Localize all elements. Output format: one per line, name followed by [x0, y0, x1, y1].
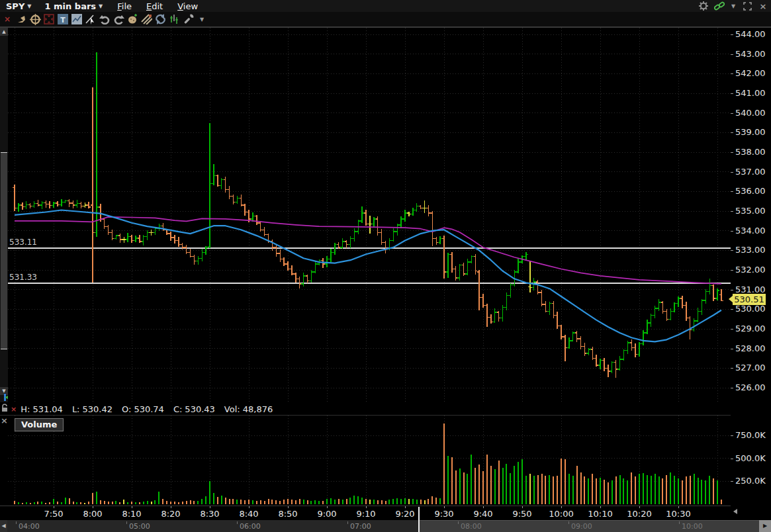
price-axis-tick — [731, 73, 733, 74]
price-axis-label: 529.00 — [735, 324, 766, 333]
interval-menu[interactable]: 1 min bars — [44, 1, 96, 11]
snapshot-icon[interactable] — [70, 13, 83, 25]
time-axis-label: 8:10 — [117, 509, 146, 519]
volume-pane-label[interactable]: Volume — [15, 418, 64, 431]
price-axis-tick — [731, 113, 733, 114]
menu-edit[interactable]: Edit — [146, 1, 163, 11]
time-axis-label: 9:00 — [312, 509, 341, 519]
price-axis[interactable]: 530.51 526.00527.00528.00529.00530.00531… — [731, 28, 771, 519]
time-axis[interactable]: 7:508:008:108:208:308:408:509:009:109:20… — [0, 506, 731, 519]
time-axis-label: 8:50 — [273, 509, 302, 519]
redo-icon[interactable] — [112, 13, 125, 25]
time-axis-label: 7:50 — [39, 509, 68, 519]
scroll-left-button[interactable]: ◀ — [0, 520, 7, 532]
crosshair-icon[interactable] — [28, 13, 42, 25]
style-brush-icon[interactable] — [126, 13, 139, 25]
time-axis-label: 9:50 — [508, 509, 537, 519]
axis-resize-arrow-icon[interactable] — [733, 509, 737, 514]
price-axis-tick — [731, 152, 733, 153]
price-axis-label: 538.00 — [735, 147, 766, 157]
price-axis-label: 544.00 — [735, 29, 766, 39]
volume-chart-canvas[interactable] — [8, 416, 731, 506]
refresh-icon[interactable] — [154, 13, 167, 25]
vertical-scroll-thumb[interactable] — [1, 152, 7, 349]
symbol-caret-icon[interactable]: ▼ — [27, 3, 31, 9]
time-axis-label: 10:30 — [664, 509, 693, 519]
link-charts-icon[interactable] — [714, 1, 725, 11]
price-axis-tick — [731, 349, 733, 349]
pane-divider[interactable] — [0, 415, 731, 416]
time-axis-label: 8:40 — [234, 509, 263, 519]
lock-icon[interactable] — [0, 403, 9, 412]
pan-hand-icon[interactable] — [15, 13, 28, 25]
maximize-icon[interactable] — [742, 1, 752, 11]
volume-axis-label: 750.0K — [735, 430, 766, 440]
time-axis-tick — [405, 506, 406, 508]
settings-gear-icon[interactable] — [698, 1, 709, 11]
symbol-menu[interactable]: SPY — [6, 1, 24, 11]
last-price-tag: 530.51 — [733, 294, 766, 305]
delete-icon[interactable]: × — [1, 13, 14, 25]
time-axis-label: 8:00 — [78, 509, 107, 519]
vertical-scrollbar: ▲ ▼ — [0, 28, 8, 402]
status-h-value: 531.04 — [32, 404, 63, 414]
price-axis-label: 534.00 — [735, 226, 766, 236]
svg-text:T: T — [60, 16, 66, 24]
volume-chart-svg[interactable] — [8, 416, 731, 506]
status-c-value: 530.43 — [185, 404, 215, 414]
time-axis-tick — [93, 506, 93, 508]
trading-app-window: SPY ▼ 1 min bars ▼ File Edit View ▼ × × … — [0, 0, 771, 532]
status-vol-label: Vol: — [224, 404, 240, 414]
scroll-up-button[interactable]: ▲ — [0, 28, 8, 36]
price-chart-svg[interactable] — [8, 28, 731, 402]
horizontal-scrollbar: ◀ ▶ 04:0005:0006:0007:0008:0009:0010:00 — [0, 520, 771, 532]
time-axis-tick — [444, 506, 445, 508]
hatch-tool-icon[interactable] — [140, 13, 153, 25]
time-axis-label: 8:20 — [156, 509, 185, 519]
status-l-value: 530.42 — [83, 404, 113, 414]
time-axis-label: 9:10 — [351, 509, 381, 519]
link-dropdown-icon[interactable]: ▼ — [730, 1, 737, 11]
center-view-icon[interactable] — [42, 13, 56, 25]
status-o-label: O: — [122, 404, 131, 414]
text-tool-icon[interactable]: T — [56, 13, 69, 25]
status-h-label: H: — [21, 404, 30, 414]
status-delete-icon[interactable]: × — [11, 405, 17, 414]
time-axis-label: 10:20 — [625, 509, 654, 519]
interval-caret-icon[interactable]: ▼ — [99, 3, 103, 9]
scroll-right-button[interactable]: ▶ — [759, 520, 771, 532]
price-axis-label: 530.00 — [735, 304, 766, 314]
volume-bars-icon[interactable] — [167, 13, 181, 25]
pointer-line-icon[interactable] — [84, 13, 97, 25]
status-l-label: L: — [72, 404, 80, 414]
wrench-settings-icon[interactable] — [181, 13, 195, 25]
menu-view[interactable]: View — [177, 1, 198, 11]
bar-status-line: × H:531.04 L:530.42 O:530.74 C:530.43 Vo… — [11, 403, 273, 415]
time-axis-label: 10:10 — [586, 509, 615, 519]
price-axis-label: 539.00 — [735, 127, 766, 137]
drawn-line-price-label: 531.33 — [9, 273, 37, 282]
price-axis-label: 535.00 — [735, 206, 766, 216]
menu-file[interactable]: File — [117, 1, 132, 11]
scrollbar-hour-tick — [237, 521, 238, 524]
status-o-value: 530.74 — [134, 404, 164, 414]
close-window-icon[interactable]: × — [758, 1, 768, 11]
price-chart-canvas[interactable]: 533.11531.33 — [8, 28, 731, 402]
price-axis-label: 532.00 — [735, 265, 766, 275]
price-axis-label: 533.00 — [735, 245, 766, 255]
time-axis-label: 9:20 — [390, 509, 420, 519]
volume-axis-tick — [731, 459, 733, 459]
time-axis-tick — [600, 506, 601, 508]
price-axis-tick — [731, 290, 733, 290]
scrollbar-hour-label: 08:00 — [461, 522, 482, 531]
price-axis-tick — [731, 250, 733, 251]
undo-icon[interactable] — [98, 13, 111, 25]
price-axis-tick — [731, 191, 733, 192]
price-axis-label: 536.00 — [735, 186, 766, 196]
price-axis-tick — [731, 34, 733, 35]
price-axis-tick — [731, 54, 733, 55]
price-axis-tick — [731, 231, 733, 232]
price-axis-label: 543.00 — [735, 49, 766, 59]
price-axis-label: 540.00 — [735, 108, 766, 118]
more-tools-caret-icon[interactable]: ▼ — [195, 13, 208, 25]
